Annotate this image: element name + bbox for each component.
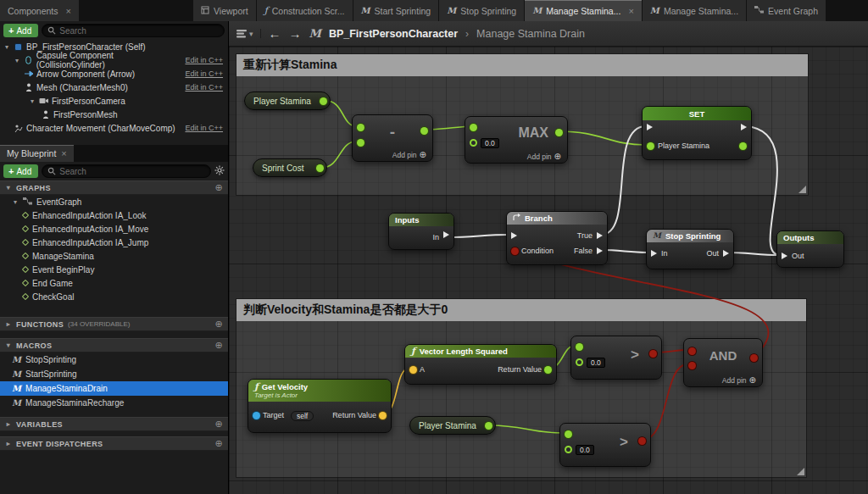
add-function-icon[interactable]: ⊕	[214, 319, 223, 329]
blueprint-item-ia-look[interactable]: EnhancedInputAction IA_Look	[0, 208, 228, 222]
target-self-dropdown[interactable]: self	[291, 411, 314, 421]
node-vector-length-squared[interactable]: ƒ Vector Length Squared A Return Value	[404, 344, 557, 385]
object-input-pin[interactable]	[253, 412, 260, 419]
close-icon[interactable]: ×	[61, 148, 66, 158]
add-variable-icon[interactable]: ⊕	[214, 419, 223, 429]
float-input-pin[interactable]	[565, 430, 572, 438]
node-get-velocity[interactable]: ƒ Get Velocity Target is Actor Target se…	[248, 379, 392, 433]
graphs-section-header[interactable]: ▾ GRAPHS ⊕	[0, 180, 228, 195]
component-row-arrow[interactable]: Arrow Component (Arrow) Edit in C++	[0, 67, 228, 80]
add-pin-button[interactable]: Add pin ⊕	[722, 375, 756, 385]
component-row-firstpersoncamera[interactable]: ▾ FirstPersonCamera	[0, 94, 228, 108]
float-input-pin[interactable]	[565, 446, 572, 453]
exec-input-pin[interactable]	[651, 250, 657, 257]
float-input-pin[interactable]	[647, 142, 654, 150]
float-output-pin[interactable]	[544, 366, 552, 374]
add-pin-button[interactable]: Add pin ⊕	[392, 150, 426, 159]
comment-title[interactable]: 重新计算Stamina	[236, 54, 808, 76]
edit-in-cpp-link[interactable]: Edit in C++	[185, 124, 223, 132]
caret-down-icon[interactable]: ▾	[29, 97, 36, 105]
wire-branch-false-stopsprinting[interactable]	[601, 250, 649, 253]
blueprint-item-ia-jump[interactable]: EnhancedInputAction IA_Jump	[0, 236, 228, 249]
float-output-pin[interactable]	[320, 97, 327, 105]
bool-output-pin[interactable]	[750, 354, 758, 362]
edit-in-cpp-link[interactable]: Edit in C++	[185, 69, 223, 78]
event-dispatchers-section-header[interactable]: ▸ EVENT DISPATCHERS ⊕	[0, 436, 228, 451]
tab-manage-stamina-drain[interactable]: M Manage Stamina... ×	[525, 0, 643, 21]
add-pin-button[interactable]: Add pin ⊕	[527, 152, 561, 161]
add-graph-icon[interactable]: ⊕	[214, 183, 223, 192]
tab-construction-script[interactable]: ƒ Construction Scr...	[257, 0, 353, 21]
node-greater-than-2[interactable]: 0.0 >	[559, 423, 651, 467]
settings-gear-icon[interactable]	[214, 164, 225, 179]
bool-input-pin[interactable]	[511, 247, 519, 255]
float-literal-input[interactable]: 0.0	[576, 445, 594, 455]
float-input-pin[interactable]	[576, 343, 583, 351]
exec-input-pin[interactable]	[511, 232, 517, 239]
caret-down-icon[interactable]: ▾	[3, 43, 10, 51]
tab-start-sprinting[interactable]: M Start Sprinting	[353, 0, 440, 21]
component-row-mesh[interactable]: Mesh (CharacterMesh0) Edit in C++	[0, 80, 228, 94]
blueprint-item-checkgoal[interactable]: CheckGoal	[0, 290, 228, 303]
variables-section-header[interactable]: ▸ VARIABLES ⊕	[0, 417, 228, 431]
exec-output-pin[interactable]	[723, 250, 729, 257]
blueprint-item-startsprinting[interactable]: MStartSprinting	[0, 367, 228, 381]
float-input-pin[interactable]	[470, 139, 477, 147]
blueprint-item-managestamina[interactable]: ManageStamina	[0, 249, 228, 263]
blueprint-item-ia-move[interactable]: EnhancedInputAction IA_Move	[0, 222, 228, 236]
blueprint-item-event-beginplay[interactable]: Event BeginPlay	[0, 263, 228, 276]
components-search-input[interactable]	[59, 26, 219, 36]
exec-output-pin-true[interactable]	[597, 232, 603, 239]
graph-view-dropdown[interactable]: ▾	[236, 29, 261, 38]
blueprint-item-managestaminarecharge[interactable]: MManageStaminaRecharge	[0, 396, 228, 410]
tab-stop-sprinting[interactable]: M Stop Sprinting	[439, 0, 525, 21]
float-input-pin[interactable]	[470, 124, 477, 131]
blueprint-item-end-game[interactable]: End Game	[0, 276, 228, 290]
breadcrumb-root[interactable]: BP_FirstPersonCharacter	[329, 28, 458, 40]
tab-manage-stamina-recharge[interactable]: M Manage Stamina...	[643, 0, 747, 21]
exec-output-pin[interactable]	[741, 124, 747, 130]
vector-input-pin[interactable]	[409, 366, 417, 374]
node-greater-than-1[interactable]: 0.0 >	[570, 336, 662, 380]
node-branch[interactable]: Branch True Condition False	[506, 211, 608, 265]
exec-output-pin[interactable]	[443, 231, 449, 238]
float-output-pin[interactable]	[555, 129, 563, 136]
node-set-player-stamina[interactable]: SET Player Stamina	[642, 106, 752, 160]
add-macro-icon[interactable]: ⊕	[214, 341, 223, 350]
graph-canvas[interactable]: 重新计算Stamina 判断Velocity和Stamina是否都是大于0 Pl…	[229, 47, 868, 494]
exec-input-pin[interactable]	[647, 124, 653, 130]
wire-inputs-branch[interactable]	[447, 235, 509, 237]
back-button[interactable]: ←	[269, 27, 281, 40]
node-get-player-stamina-1[interactable]: Player Stamina	[244, 92, 331, 110]
float-output-pin[interactable]	[316, 164, 324, 172]
wire-stopsprinting-outputs[interactable]	[726, 253, 780, 255]
add-component-button[interactable]: + Add	[3, 24, 38, 37]
component-row-capsule[interactable]: ▾ Capsule Component (CollisionCylinder) …	[0, 53, 228, 67]
component-row-charactermovement[interactable]: Character Movement (CharMoveComp) Edit i…	[0, 121, 228, 135]
bool-input-pin[interactable]	[688, 362, 696, 369]
caret-down-icon[interactable]: ▾	[14, 57, 20, 64]
components-search[interactable]	[42, 24, 225, 37]
blueprint-item-stopsprinting[interactable]: MStopSprinting	[0, 352, 228, 367]
float-literal-input[interactable]: 0.0	[481, 138, 499, 148]
node-max[interactable]: 0.0 MAX Add pin ⊕	[465, 116, 568, 164]
float-output-pin[interactable]	[485, 422, 492, 430]
caret-down-icon[interactable]: ▾	[12, 198, 19, 206]
bool-output-pin[interactable]	[638, 437, 646, 445]
node-outputs[interactable]: Outputs Out	[776, 230, 844, 268]
comment-title[interactable]: 判断Velocity和Stamina是否都是大于0	[236, 299, 806, 321]
tab-my-blueprint[interactable]: My Blueprint ×	[0, 145, 74, 162]
float-literal-input[interactable]: 0.0	[587, 358, 605, 368]
exec-input-pin[interactable]	[782, 253, 787, 259]
component-row-firstpersonmesh[interactable]: FirstPersonMesh	[0, 108, 228, 121]
float-output-pin[interactable]	[420, 127, 428, 135]
vector-output-pin[interactable]	[379, 412, 387, 419]
add-blueprint-item-button[interactable]: + Add	[3, 164, 38, 178]
macros-section-header[interactable]: ▾ MACROS ⊕	[0, 338, 228, 352]
close-icon[interactable]: ×	[66, 6, 71, 16]
forward-button[interactable]: →	[289, 27, 302, 40]
tab-components[interactable]: Components ×	[0, 0, 80, 21]
node-get-player-stamina-2[interactable]: Player Stamina	[409, 416, 496, 435]
node-stop-sprinting[interactable]: M Stop Sprinting In Out	[646, 229, 734, 269]
node-and[interactable]: AND Add pin ⊕	[683, 338, 763, 387]
